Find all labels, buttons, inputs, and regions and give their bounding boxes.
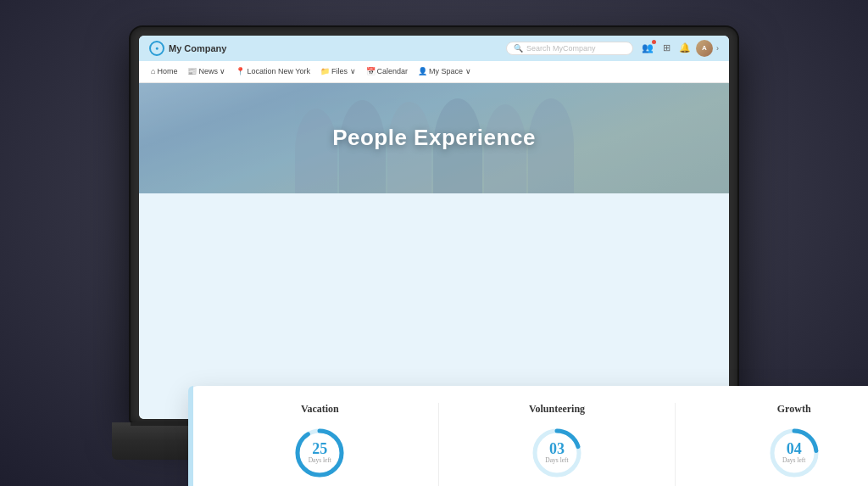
calendar-label: Calendar [377, 67, 409, 75]
nav-item-files[interactable]: 📁 Files ∨ [315, 64, 361, 79]
hero-title: People Experience [332, 125, 536, 151]
vacation-circle-label: Days left [309, 456, 331, 464]
home-icon: ⌂ [151, 67, 155, 75]
growth-circle-label: Days left [782, 456, 805, 464]
grid-icon[interactable]: ⊞ [659, 41, 674, 56]
growth-circle: 04 Days left [767, 426, 821, 480]
nav-bar: ⌂ Home 📰 News ∨ 📍 Location New York 📁 Fi… [139, 61, 729, 83]
chevron-right-icon: › [716, 44, 719, 53]
files-icon: 📁 [320, 67, 330, 75]
nav-item-myspace[interactable]: 👤 My Space ∨ [413, 64, 476, 79]
location-icon: 📍 [236, 67, 245, 75]
volunteering-circle-label: Days left [545, 456, 568, 464]
nav-item-home[interactable]: ⌂ Home [146, 64, 182, 79]
files-label: Files ∨ [331, 67, 356, 75]
users-icon[interactable]: 👥 [640, 41, 655, 56]
nav-item-location[interactable]: 📍 Location New York [231, 64, 315, 79]
screen-content: ● My Company 🔍 Search MyCompany 👥 ⊞ 🔔 [139, 36, 729, 419]
avatar[interactable]: A [696, 40, 713, 57]
volunteering-circle: 03 Days left [530, 426, 584, 480]
growth-circle-inner: 04 Days left [767, 426, 821, 480]
search-placeholder: Search MyCompany [526, 44, 596, 53]
vacation-number: 25 [312, 441, 327, 456]
nav-item-calendar[interactable]: 📅 Calendar [361, 64, 414, 79]
top-icons-group: 👥 ⊞ 🔔 A › [640, 40, 719, 57]
logo-area: ● My Company [149, 41, 226, 56]
hero-overlay: People Experience [139, 83, 729, 193]
panel-left-accent [188, 386, 193, 487]
volunteering-title: Volunteering [529, 403, 585, 416]
bell-icon[interactable]: 🔔 [677, 41, 693, 56]
vacation-circle: 25 Days left [292, 426, 347, 480]
cards-area [139, 193, 729, 419]
calendar-icon: 📅 [366, 67, 376, 75]
volunteering-number: 03 [549, 441, 565, 456]
notification-badge [652, 40, 656, 44]
search-icon: 🔍 [514, 44, 523, 53]
company-name: My Company [169, 43, 226, 53]
growth-number: 04 [787, 441, 802, 456]
logo-icon: ● [149, 41, 164, 56]
volunteering-circle-inner: 03 Days left [530, 426, 584, 480]
cards-panel: Vacation 25 Days left 0 Days taken Reque… [188, 386, 868, 487]
hero-section: People Experience [139, 83, 729, 193]
nav-item-news[interactable]: 📰 News ∨ [182, 64, 231, 79]
vacation-title: Vacation [301, 403, 339, 416]
growth-title: Growth [777, 403, 811, 416]
myspace-icon: 👤 [418, 67, 427, 75]
search-bar[interactable]: 🔍 Search MyCompany [506, 42, 633, 55]
location-label: Location New York [247, 67, 310, 75]
screen-bezel: ● My Company 🔍 Search MyCompany 👥 ⊞ 🔔 [131, 27, 737, 422]
vacation-circle-inner: 25 Days left [292, 426, 347, 480]
top-bar: ● My Company 🔍 Search MyCompany 👥 ⊞ 🔔 [139, 36, 729, 61]
news-label: News ∨ [198, 67, 225, 75]
myspace-label: My Space ∨ [429, 67, 471, 75]
home-label: Home [157, 67, 177, 75]
news-icon: 📰 [187, 67, 197, 75]
growth-card: Growth 04 Days left 0 Days taken Go for … [676, 403, 868, 487]
volunteering-card: Volunteering 03 Days left 0 Days taken R… [439, 403, 676, 487]
laptop: ● My Company 🔍 Search MyCompany 👥 ⊞ 🔔 [112, 27, 756, 460]
vacation-card: Vacation 25 Days left 0 Days taken Reque… [202, 403, 439, 487]
